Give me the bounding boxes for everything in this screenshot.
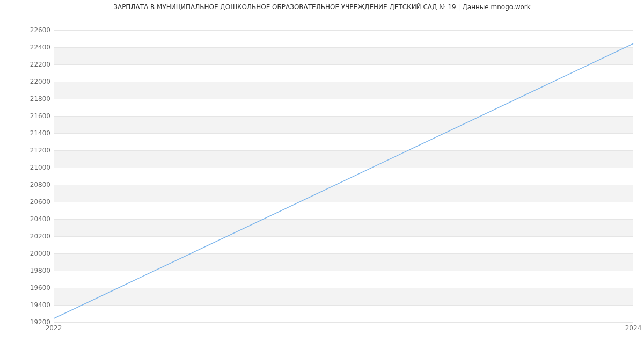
grid-line [54, 322, 633, 323]
y-tick-label: 20200 [18, 232, 50, 240]
y-tick-label: 21200 [18, 147, 50, 154]
y-tick-label: 22600 [18, 26, 50, 34]
line-layer [54, 21, 633, 322]
y-tick-label: 21400 [18, 129, 50, 137]
y-tick-label: 20800 [18, 181, 50, 188]
x-tick-label: 2022 [46, 324, 62, 332]
y-tick-label: 20000 [18, 250, 50, 257]
chart-title: ЗАРПЛАТА В МУНИЦИПАЛЬНОЕ ДОШКОЛЬНОЕ ОБРА… [0, 3, 644, 11]
x-tick-label: 2024 [625, 324, 642, 332]
y-tick-label: 19400 [18, 301, 50, 309]
series-line [54, 43, 633, 318]
y-tick-label: 22200 [18, 61, 50, 68]
y-tick-label: 21800 [18, 95, 50, 103]
y-tick-label: 20400 [18, 215, 50, 223]
y-tick-label: 20600 [18, 198, 50, 206]
y-tick-label: 21600 [18, 112, 50, 120]
y-tick-label: 19800 [18, 267, 50, 274]
y-tick-label: 22400 [18, 43, 50, 51]
plot-area [54, 21, 633, 323]
y-tick-label: 21000 [18, 164, 50, 171]
salary-line-chart: ЗАРПЛАТА В МУНИЦИПАЛЬНОЕ ДОШКОЛЬНОЕ ОБРА… [0, 0, 644, 349]
y-tick-label: 19600 [18, 284, 50, 292]
y-tick-label: 22000 [18, 78, 50, 85]
